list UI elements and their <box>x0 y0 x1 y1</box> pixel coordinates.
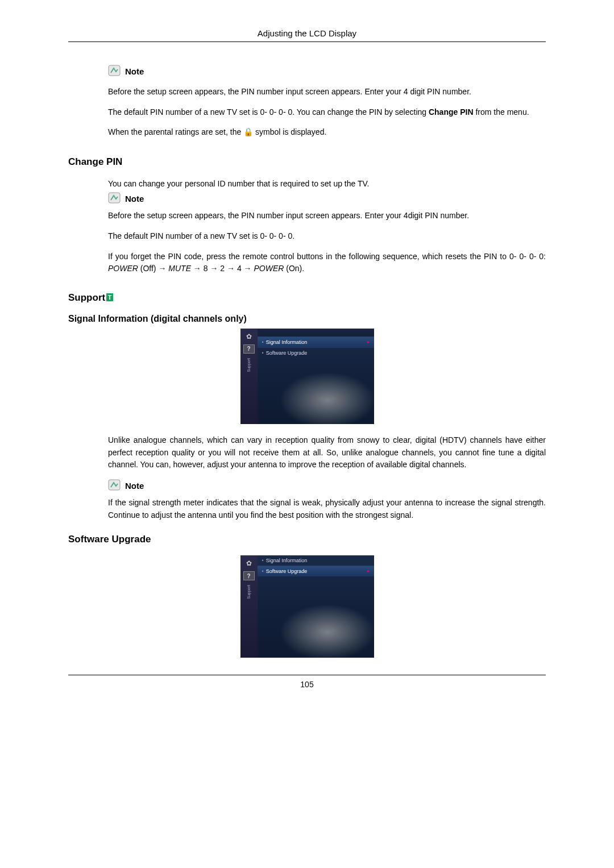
body-text: Before the setup screen appears, the PIN… <box>108 86 546 98</box>
menu-item-signal-info: •Signal Information▸ <box>258 337 374 347</box>
help-icon: ? <box>243 571 255 580</box>
section-heading-software-upgrade: Software Upgrade <box>68 534 546 545</box>
text-fragment: from the menu. <box>474 107 529 117</box>
menu-item-signal-info: •Signal Information <box>258 555 374 566</box>
menu-body <box>258 358 374 423</box>
menu-sidebar: ✿ ? Support <box>240 329 258 424</box>
gear-icon: ✿ <box>243 558 255 569</box>
page-header: Adjusting the LCD Display <box>68 28 546 42</box>
section-heading-support: SupportT <box>68 292 546 304</box>
text-fragment: symbol is displayed. <box>253 127 326 136</box>
menu-sidebar: ✿ ? Support <box>240 555 258 658</box>
note-icon <box>108 479 121 492</box>
note-label: Note <box>125 67 144 76</box>
help-icon: ? <box>243 344 255 354</box>
body-text: If you forget the PIN code, press the re… <box>108 251 546 275</box>
italic-term: POWER <box>108 264 138 273</box>
body-text: If the signal strength meter indicates t… <box>108 497 546 521</box>
body-text: Unlike analogue channels, which can vary… <box>108 434 546 471</box>
body-text: Before the setup screen appears, the PIN… <box>108 210 546 222</box>
body-text: You can change your personal ID number t… <box>108 178 546 190</box>
menu-top-bar <box>258 329 374 337</box>
menu-screenshot-signal-info: ✿ ? Support •Signal Information▸ •Softwa… <box>240 329 374 424</box>
subsection-heading-signal-info: Signal Information (digital channels onl… <box>68 314 546 324</box>
svg-rect-1 <box>109 193 120 203</box>
svg-rect-2 <box>109 480 120 490</box>
menu-item-label: Signal Information <box>266 339 308 345</box>
italic-term: POWER <box>254 264 284 273</box>
section-heading-change-pin: Change PIN <box>68 156 546 168</box>
sidebar-label: Support <box>247 585 251 599</box>
text-fragment: (Off) → <box>138 264 168 273</box>
note-label: Note <box>125 194 144 203</box>
menu-item-label: Signal Information <box>266 558 308 563</box>
page-footer: 105 <box>68 675 546 689</box>
sidebar-label: Support <box>247 358 251 372</box>
lock-icon: 🔒 <box>243 128 253 137</box>
body-text: When the parental ratings are set, the 🔒… <box>108 126 546 139</box>
text-fragment: When the parental ratings are set, the <box>108 127 243 136</box>
page-number: 105 <box>300 680 313 689</box>
heading-text: Support <box>68 292 105 303</box>
text-fragment: (On). <box>284 264 304 273</box>
bold-term: Change PIN <box>429 107 474 117</box>
menu-item-software-upgrade: •Software Upgrade <box>258 347 374 358</box>
menu-item-label: Software Upgrade <box>266 568 308 574</box>
svg-rect-0 <box>109 65 120 76</box>
menu-body <box>258 576 374 645</box>
menu-main: •Signal Information •Software Upgrade▸ <box>258 555 374 658</box>
menu-main: •Signal Information▸ •Software Upgrade <box>258 329 374 424</box>
body-text: The default PIN number of a new TV set i… <box>108 230 546 243</box>
menu-item-label: Software Upgrade <box>266 350 308 356</box>
text-fragment: The default PIN number of a new TV set i… <box>108 107 429 117</box>
italic-term: MUTE <box>168 264 191 273</box>
t-badge-icon: T <box>106 293 113 301</box>
note-label: Note <box>125 481 144 491</box>
body-text: The default PIN number of a new TV set i… <box>108 106 546 119</box>
gear-icon: ✿ <box>243 331 255 342</box>
menu-item-software-upgrade: •Software Upgrade▸ <box>258 566 374 576</box>
text-fragment: → 8 → 2 → 4 → <box>191 264 254 273</box>
menu-screenshot-software-upgrade: ✿ ? Support •Signal Information •Softwar… <box>240 555 374 658</box>
note-icon <box>108 192 121 205</box>
text-fragment: If you forget the PIN code, press the re… <box>108 252 546 261</box>
note-icon <box>108 65 121 78</box>
